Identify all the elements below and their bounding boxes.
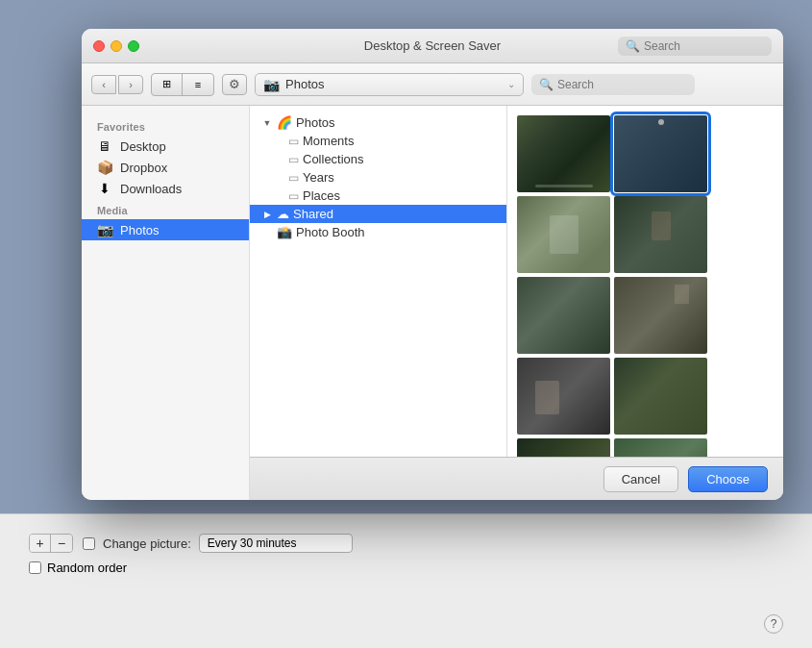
shared-icon: ☁ <box>277 207 289 221</box>
photos-icon: 📷 <box>97 222 112 237</box>
sidebar-item-photos[interactable]: 📷 Photos <box>82 219 249 240</box>
tree-toggle-photos[interactable] <box>261 117 273 129</box>
photo-thumb-10[interactable] <box>614 438 707 457</box>
action-button[interactable]: ⚙ <box>222 74 247 95</box>
desktop-screensaver-panel: + − Change picture: Every 30 minutes Eve… <box>0 513 812 648</box>
chevron-icon: ⌄ <box>507 79 515 89</box>
sidebar-item-downloads-label: Downloads <box>120 182 182 196</box>
help-button[interactable]: ? <box>764 614 783 634</box>
photo-thumb-6[interactable] <box>614 277 707 354</box>
list-view-button[interactable]: ≡ <box>183 74 213 95</box>
add-remove-buttons: + − <box>29 534 73 553</box>
toolbar-search-bar[interactable]: 🔍 <box>531 74 695 95</box>
title-bar: Desktop & Screen Saver 🔍 <box>82 29 783 63</box>
change-picture-label: Change picture: <box>103 536 191 551</box>
tree-item-shared[interactable]: ☁ Shared <box>250 205 506 223</box>
toolbar-search-input[interactable] <box>557 78 687 91</box>
change-picture-checkbox[interactable] <box>83 537 95 550</box>
sidebar-item-downloads[interactable]: ⬇ Downloads <box>82 178 249 199</box>
tree-label-places: Places <box>303 188 340 203</box>
title-search-bar[interactable]: 🔍 <box>618 37 772 56</box>
favorites-section-title: Favorites <box>82 115 249 136</box>
desktop-icon: 🖥 <box>97 138 112 154</box>
photo-thumb-4[interactable] <box>614 196 707 273</box>
search-icon: 🔍 <box>626 39 640 53</box>
add-button[interactable]: + <box>30 535 51 552</box>
location-label: Photos <box>285 77 502 91</box>
file-browser: 🌈 Photos ▭ Moments ▭ Collections <box>250 106 783 500</box>
tree-label-moments: Moments <box>303 134 354 148</box>
dropbox-icon: 📦 <box>97 160 112 175</box>
tree-label-photos: Photos <box>296 115 334 130</box>
photo-thumb-5[interactable] <box>517 277 610 354</box>
tree-toggle-shared[interactable] <box>261 209 273 220</box>
sidebar: Favorites 🖥 Desktop 📦 Dropbox ⬇ Download… <box>82 106 250 500</box>
photobooth-icon: 📸 <box>277 225 292 239</box>
dialog-bottom-bar: Cancel Choose <box>250 457 783 500</box>
tree-label-photobooth: Photo Booth <box>296 225 365 239</box>
icon-view-button[interactable]: ⊞ <box>152 74 183 95</box>
sidebar-item-photos-label: Photos <box>120 223 159 237</box>
remove-button[interactable]: − <box>51 535 72 552</box>
photo-thumb-1[interactable] <box>517 115 610 192</box>
dialog-window: Desktop & Screen Saver 🔍 ‹ › ⊞ ≡ ⚙ 📷 Pho… <box>82 29 783 500</box>
tree-item-moments[interactable]: ▭ Moments <box>250 132 506 150</box>
tree-view: 🌈 Photos ▭ Moments ▭ Collections <box>250 106 507 457</box>
photos-tree-icon: 🌈 <box>277 115 292 130</box>
tree-item-places[interactable]: ▭ Places <box>250 187 506 205</box>
photo-thumb-7[interactable] <box>517 358 610 435</box>
traffic-lights <box>93 40 139 52</box>
title-search-input[interactable] <box>644 39 764 53</box>
toolbar: ‹ › ⊞ ≡ ⚙ 📷 Photos ⌄ 🔍 <box>82 63 783 106</box>
forward-button[interactable]: › <box>118 75 143 94</box>
photo-thumb-2[interactable] <box>614 115 707 192</box>
tree-item-photos[interactable]: 🌈 Photos <box>250 113 506 132</box>
media-section-title: Media <box>82 199 249 219</box>
location-icon: 📷 <box>263 77 280 92</box>
interval-select[interactable]: Every 30 minutes Every 5 minutes Every h… <box>199 534 353 553</box>
places-icon: ▭ <box>288 189 299 203</box>
back-button[interactable]: ‹ <box>91 75 116 94</box>
sidebar-item-dropbox[interactable]: 📦 Dropbox <box>82 157 249 178</box>
tree-label-years: Years <box>303 170 334 185</box>
action-icon: ⚙ <box>229 77 240 91</box>
moments-icon: ▭ <box>288 135 299 148</box>
desktop-background: + − Change picture: Every 30 minutes Eve… <box>0 0 812 648</box>
maximize-button[interactable] <box>128 40 139 52</box>
random-order-label: Random order <box>47 561 127 575</box>
photo-thumb-9[interactable] <box>517 438 610 457</box>
nav-buttons: ‹ › <box>91 75 143 94</box>
sidebar-item-dropbox-label: Dropbox <box>120 161 167 175</box>
close-button[interactable] <box>93 40 105 52</box>
downloads-icon: ⬇ <box>97 181 112 196</box>
tree-label-shared: Shared <box>293 207 333 221</box>
main-content: Favorites 🖥 Desktop 📦 Dropbox ⬇ Download… <box>82 106 783 500</box>
photo-grid <box>507 106 783 457</box>
view-buttons: ⊞ ≡ <box>151 73 214 96</box>
cancel-button[interactable]: Cancel <box>603 466 678 492</box>
sidebar-item-desktop[interactable]: 🖥 Desktop <box>82 136 249 157</box>
tree-item-collections[interactable]: ▭ Collections <box>250 150 506 168</box>
search-icon: 🔍 <box>539 78 554 91</box>
choose-button[interactable]: Choose <box>688 466 768 492</box>
photo-thumb-8[interactable] <box>614 358 707 435</box>
tree-item-years[interactable]: ▭ Years <box>250 168 506 187</box>
tree-label-collections: Collections <box>303 152 364 166</box>
minimize-button[interactable] <box>111 40 122 52</box>
tree-item-photobooth[interactable]: 📸 Photo Booth <box>250 223 506 241</box>
random-order-checkbox[interactable] <box>29 561 41 574</box>
collections-icon: ▭ <box>288 153 299 166</box>
years-icon: ▭ <box>288 171 299 185</box>
window-title: Desktop & Screen Saver <box>364 38 501 53</box>
location-dropdown[interactable]: 📷 Photos ⌄ <box>255 73 524 96</box>
photo-thumb-3[interactable] <box>517 196 610 273</box>
sidebar-item-desktop-label: Desktop <box>120 139 166 154</box>
